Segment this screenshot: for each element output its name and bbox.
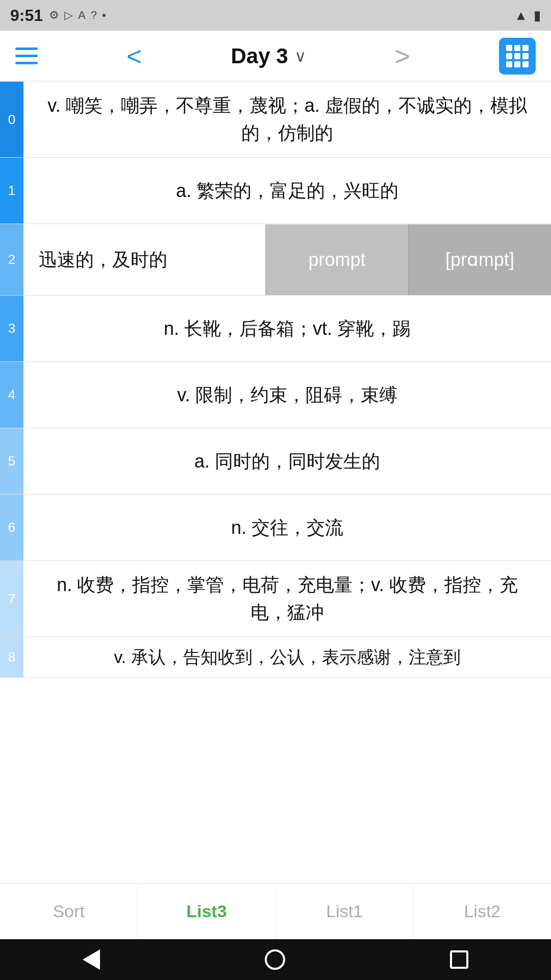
signal-icon: ▲ xyxy=(514,8,528,23)
word-definition: 迅速的，及时的 xyxy=(39,246,167,274)
row-index: 7 xyxy=(0,561,23,636)
row-content: v. 嘲笑，嘲弄，不尊重，蔑视；a. 虚假的，不诚实的，模拟的，仿制的 xyxy=(23,82,551,157)
word-popup[interactable]: prompt [prɑmpt] xyxy=(265,224,551,295)
status-left: 9:51 ⚙ ▷ A ? • xyxy=(10,6,106,25)
word-definition: v. 限制，约束，阻碍，束缚 xyxy=(177,381,397,409)
row-content: n. 收费，指控，掌管，电荷，充电量；v. 收费，指控，充电，猛冲 xyxy=(23,561,551,636)
status-time: 9:51 xyxy=(10,6,43,25)
row-content: a. 繁荣的，富足的，兴旺的 xyxy=(23,158,551,224)
row-index: 3 xyxy=(0,296,23,361)
word-definition: n. 长靴，后备箱；vt. 穿靴，踢 xyxy=(164,315,411,342)
row-index: 1 xyxy=(0,158,23,224)
tab-list2[interactable]: List2 xyxy=(414,884,551,939)
back-button[interactable]: < xyxy=(121,43,147,69)
wifi-icon: ? xyxy=(91,9,97,22)
row-index: 4 xyxy=(0,362,23,428)
tab-sort[interactable]: Sort xyxy=(0,884,138,939)
row-index: 8 xyxy=(0,637,23,677)
popup-phonetic-cell[interactable]: [prɑmpt] xyxy=(408,224,551,295)
tab-list1[interactable]: List1 xyxy=(276,884,414,939)
row-index: 5 xyxy=(0,428,23,494)
row-content: v. 限制，约束，阻碍，束缚 xyxy=(23,362,551,428)
list-item[interactable]: 6 n. 交往，交流 xyxy=(0,495,551,561)
row-content: a. 同时的，同时发生的 xyxy=(23,428,551,494)
row-index: 2 xyxy=(0,224,23,295)
tab-sort-label: Sort xyxy=(53,901,84,921)
dot-icon: • xyxy=(102,9,106,22)
play-icon: ▷ xyxy=(64,9,73,22)
tab-list3-label: List3 xyxy=(186,901,227,921)
word-definition: n. 交往，交流 xyxy=(231,514,343,542)
row-content: v. 承认，告知收到，公认，表示感谢，注意到 xyxy=(23,637,551,677)
list-item[interactable]: 3 n. 长靴，后备箱；vt. 穿靴，踢 xyxy=(0,296,551,362)
tab-list1-label: List1 xyxy=(326,901,363,921)
popup-word-cell[interactable]: prompt xyxy=(265,224,408,295)
title-dropdown-button[interactable]: Day 3 ∨ xyxy=(231,44,306,68)
back-icon xyxy=(83,949,100,970)
popup-word: prompt xyxy=(308,249,365,271)
list-item[interactable]: 8 v. 承认，告知收到，公认，表示感谢，注意到 xyxy=(0,637,551,678)
list-item[interactable]: 4 v. 限制，约束，阻碍，束缚 xyxy=(0,362,551,428)
word-list: 0 v. 嘲笑，嘲弄，不尊重，蔑视；a. 虚假的，不诚实的，模拟的，仿制的 1 … xyxy=(0,82,551,678)
word-definition: a. 繁荣的，富足的，兴旺的 xyxy=(176,177,398,205)
android-recents-button[interactable] xyxy=(450,950,468,969)
tab-list3[interactable]: List3 xyxy=(138,884,276,939)
row-content: 迅速的，及时的 xyxy=(23,224,238,295)
hamburger-line-3 xyxy=(15,62,38,64)
settings-icon: ⚙ xyxy=(49,9,59,22)
forward-button[interactable]: > xyxy=(390,43,415,69)
list-item[interactable]: 7 n. 收费，指控，掌管，电荷，充电量；v. 收费，指控，充电，猛冲 xyxy=(0,561,551,637)
word-definition: a. 同时的，同时发生的 xyxy=(194,448,380,475)
hamburger-line-1 xyxy=(15,47,38,50)
status-icons: ⚙ ▷ A ? • xyxy=(49,9,106,22)
android-home-button[interactable] xyxy=(265,949,285,970)
battery-icon: ▮ xyxy=(534,8,541,23)
dropdown-arrow-icon: ∨ xyxy=(294,46,306,66)
home-icon xyxy=(265,949,285,970)
status-bar: 9:51 ⚙ ▷ A ? • ▲ ▮ xyxy=(0,0,551,31)
list-item[interactable]: 2 迅速的，及时的 prompt [prɑmpt] xyxy=(0,224,551,296)
hamburger-line-2 xyxy=(15,55,38,57)
word-definition: v. 嘲笑，嘲弄，不尊重，蔑视；a. 虚假的，不诚实的，模拟的，仿制的 xyxy=(39,92,536,147)
tab-list2-label: List2 xyxy=(464,901,500,921)
grid-view-button[interactable] xyxy=(499,38,536,75)
row-content: n. 交往，交流 xyxy=(23,495,551,560)
word-definition: n. 收费，指控，掌管，电荷，充电量；v. 收费，指控，充电，猛冲 xyxy=(39,571,536,626)
page-title: Day 3 xyxy=(231,44,288,68)
grid-icon xyxy=(506,45,529,67)
row-index: 6 xyxy=(0,495,23,560)
top-nav: < Day 3 ∨ > xyxy=(0,31,551,82)
word-definition: v. 承认，告知收到，公认，表示感谢，注意到 xyxy=(114,644,460,670)
text-icon: A xyxy=(78,9,86,22)
popup-phonetic: [prɑmpt] xyxy=(445,249,514,271)
row-index: 0 xyxy=(0,82,23,157)
bottom-tab-bar: Sort List3 List1 List2 xyxy=(0,883,551,939)
row-content: n. 长靴，后备箱；vt. 穿靴，踢 xyxy=(23,296,551,361)
android-nav-bar xyxy=(0,939,551,980)
list-item[interactable]: 0 v. 嘲笑，嘲弄，不尊重，蔑视；a. 虚假的，不诚实的，模拟的，仿制的 xyxy=(0,82,551,158)
list-item[interactable]: 5 a. 同时的，同时发生的 xyxy=(0,428,551,495)
list-item[interactable]: 1 a. 繁荣的，富足的，兴旺的 xyxy=(0,158,551,224)
hamburger-icon xyxy=(15,47,38,64)
android-back-button[interactable] xyxy=(83,949,100,970)
recents-icon xyxy=(450,950,468,969)
menu-button[interactable] xyxy=(15,47,38,64)
status-right: ▲ ▮ xyxy=(514,8,541,23)
